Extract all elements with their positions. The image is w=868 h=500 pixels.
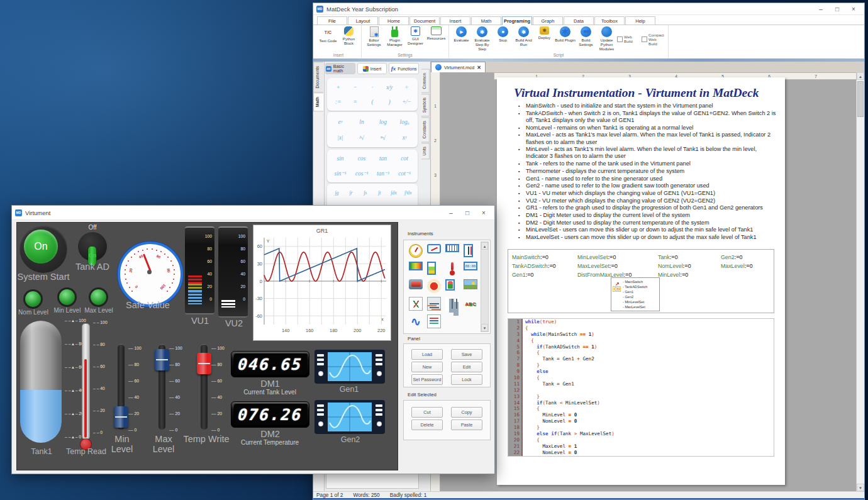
vu-meter-icon[interactable] bbox=[409, 262, 423, 270]
math-symbol[interactable]: logₐ bbox=[400, 119, 409, 125]
matdeck-titlebar[interactable]: MD MatDeck Year Subscription – □ × bbox=[313, 3, 864, 15]
checkbox[interactable] bbox=[642, 36, 647, 42]
math-symbol[interactable]: ∫r bbox=[349, 190, 352, 196]
ribbon-tab[interactable]: Graph bbox=[533, 16, 563, 25]
sidebar-tab[interactable]: Insert bbox=[357, 63, 387, 74]
math-symbol[interactable]: xʸ bbox=[403, 135, 407, 141]
panel-button[interactable]: Load bbox=[411, 349, 443, 360]
math-symbol[interactable]: ∫s bbox=[364, 190, 367, 196]
ribbon-tab[interactable]: Home bbox=[379, 16, 409, 25]
maximize-button[interactable]: □ bbox=[459, 209, 476, 216]
max-level-slider[interactable] bbox=[159, 344, 165, 430]
ribbon-button[interactable]: Build Settings bbox=[576, 26, 596, 52]
max-level-slider-handle[interactable] bbox=[155, 349, 169, 370]
math-symbol[interactable]: ) bbox=[389, 99, 391, 105]
signal-generator-icon[interactable] bbox=[409, 314, 423, 328]
linear-meter-icon[interactable] bbox=[445, 244, 459, 252]
sidebar-category-tab[interactable]: Common bbox=[421, 69, 430, 93]
sidebar-category-tab[interactable]: Constants bbox=[421, 117, 430, 142]
math-symbol[interactable]: ∫t bbox=[378, 190, 381, 196]
sidebar-category-tab[interactable]: Units bbox=[421, 143, 430, 159]
math-symbol[interactable]: ∫dx bbox=[391, 190, 397, 196]
ribbon-button[interactable]: Editor Settings bbox=[364, 26, 384, 52]
ribbon-tab[interactable]: Help bbox=[625, 16, 655, 25]
math-symbol[interactable]: ( bbox=[371, 99, 373, 105]
instruments-scrollbar[interactable]: ▲ ▼ bbox=[481, 242, 489, 332]
ribbon-button[interactable]: GUI Designer bbox=[405, 26, 426, 52]
math-symbol[interactable]: log bbox=[379, 119, 387, 125]
panel-button[interactable]: Set Password bbox=[411, 374, 443, 385]
tank-icon[interactable] bbox=[445, 279, 455, 291]
math-symbol[interactable]: ⁿ√ bbox=[381, 135, 386, 141]
math-symbol[interactable]: ²√ bbox=[359, 135, 364, 141]
thermometer-icon[interactable] bbox=[445, 262, 459, 275]
temp-write-slider-handle[interactable] bbox=[197, 353, 211, 374]
system-start-button[interactable]: On bbox=[24, 230, 58, 264]
ribbon-button[interactable]: Update Python Modules bbox=[596, 26, 617, 52]
math-symbol[interactable]: := bbox=[335, 99, 342, 105]
sidebar-category-tab[interactable]: Symbols bbox=[421, 94, 430, 116]
document-scrollbar[interactable]: ▲ ▼ bbox=[856, 72, 864, 491]
edit-button[interactable]: Paste bbox=[451, 419, 482, 430]
minimize-button[interactable]: – bbox=[813, 6, 829, 13]
math-symbol[interactable]: cos bbox=[358, 155, 366, 162]
ribbon-tab[interactable]: Layout bbox=[348, 16, 378, 25]
document-page[interactable]: Virtual Instrumentation - Virtument in M… bbox=[497, 77, 785, 485]
battery-meter-icon[interactable] bbox=[427, 262, 436, 275]
math-symbol[interactable]: |x| bbox=[337, 135, 343, 141]
scroll-down-icon[interactable]: ▼ bbox=[857, 484, 864, 491]
math-symbol[interactable]: · bbox=[372, 84, 373, 91]
sidebar-vertical-tab[interactable]: Documents bbox=[313, 62, 323, 92]
ribbon-button[interactable]: Evaluate Step By Step bbox=[472, 26, 492, 52]
ribbon-button[interactable]: Stop bbox=[492, 26, 513, 52]
scroll-down-icon[interactable]: ▼ bbox=[481, 324, 488, 331]
digital-display-icon[interactable] bbox=[464, 262, 477, 270]
edit-button[interactable]: Delete bbox=[411, 419, 443, 430]
math-symbol[interactable]: eˣ bbox=[338, 119, 343, 125]
panel-button[interactable]: New bbox=[411, 362, 443, 372]
math-symbol[interactable]: tan bbox=[379, 155, 387, 162]
edit-button[interactable]: Copy bbox=[451, 407, 482, 418]
ribbon-button[interactable]: Build Plugin bbox=[555, 26, 576, 52]
math-symbol[interactable]: = bbox=[353, 99, 357, 105]
close-button[interactable]: × bbox=[476, 209, 492, 216]
panel-button[interactable]: Lock bbox=[451, 374, 482, 385]
math-symbol[interactable]: +⁄− bbox=[402, 99, 411, 105]
graph-icon[interactable] bbox=[409, 297, 423, 311]
ribbon-button[interactable]: Python Block bbox=[338, 26, 359, 52]
math-symbol[interactable]: cos⁻¹ bbox=[355, 170, 369, 177]
ribbon-tab[interactable]: Insert bbox=[440, 16, 470, 25]
math-symbol[interactable]: + bbox=[336, 84, 340, 91]
close-button[interactable]: × bbox=[845, 6, 862, 13]
code-block[interactable]: 1 while(true) 2 { 3 while(MainSwitch == … bbox=[508, 318, 774, 457]
edit-button[interactable]: Cut bbox=[411, 407, 443, 418]
ribbon-tab[interactable]: Data bbox=[564, 16, 594, 25]
temp-write-slider[interactable] bbox=[201, 344, 208, 430]
ribbon-button[interactable]: Resources bbox=[426, 26, 447, 52]
math-symbol[interactable]: cot bbox=[401, 155, 408, 162]
scrollbar-thumb[interactable] bbox=[857, 81, 864, 117]
math-symbol[interactable]: sin⁻¹ bbox=[335, 170, 347, 177]
min-level-slider[interactable] bbox=[118, 344, 125, 430]
virtument-titlebar[interactable]: MD Virtument – □ × bbox=[12, 206, 494, 220]
math-symbol[interactable]: − bbox=[353, 84, 357, 91]
ribbon-tab[interactable]: Document bbox=[409, 16, 440, 25]
ribbon-button[interactable]: Text Code bbox=[318, 26, 338, 52]
maximize-button[interactable]: □ bbox=[829, 6, 845, 13]
math-symbol[interactable]: ln bbox=[359, 119, 364, 125]
round-gauge-icon[interactable] bbox=[409, 244, 423, 258]
ribbon-tab[interactable]: File bbox=[317, 16, 347, 25]
ribbon-button[interactable]: Deploy bbox=[534, 26, 555, 52]
image-icon[interactable] bbox=[464, 279, 477, 289]
horizontal-gauge-icon[interactable] bbox=[427, 244, 441, 253]
ribbon-tab[interactable]: Toolbox bbox=[594, 16, 625, 25]
math-symbol[interactable]: cot⁻¹ bbox=[398, 170, 410, 177]
vertical-sliders-icon[interactable] bbox=[445, 297, 459, 311]
scroll-up-icon[interactable]: ▲ bbox=[481, 242, 488, 250]
vertical-slider-icon[interactable] bbox=[464, 244, 473, 257]
math-symbol[interactable]: sin bbox=[337, 155, 343, 162]
panel-button[interactable]: Edit bbox=[451, 362, 482, 372]
math-symbol[interactable]: ∫g bbox=[335, 190, 338, 196]
ribbon-tab[interactable]: Programing bbox=[502, 16, 532, 25]
checkbox[interactable] bbox=[617, 36, 623, 42]
